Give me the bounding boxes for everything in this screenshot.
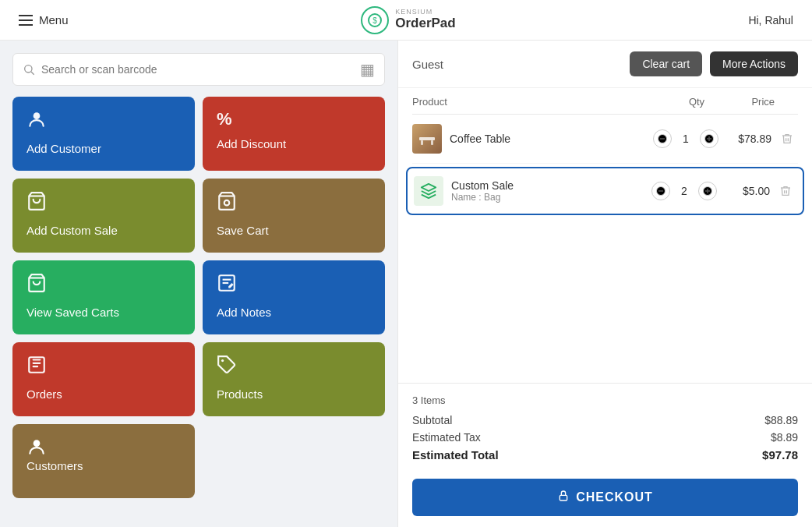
cart-item-custom-sale: Custom Sale Name : Bag 2 $5.00 — [406, 167, 804, 215]
total-value: $97.78 — [762, 448, 798, 462]
items-count: 3 Items — [412, 394, 798, 406]
tax-value: $8.89 — [771, 431, 798, 444]
custom-sale-price: $5.00 — [723, 185, 770, 197]
coffee-table-info: Coffee Table — [450, 133, 647, 145]
search-icon — [23, 63, 35, 76]
custom-sale-qty-decrease[interactable] — [651, 182, 670, 200]
barcode-icon: ▦ — [360, 60, 375, 79]
lock-icon — [557, 490, 570, 505]
clear-cart-button[interactable]: Clear cart — [630, 51, 702, 76]
view-saved-carts-icon — [26, 273, 47, 298]
col-price-header: Price — [736, 96, 798, 108]
svg-point-4 — [34, 112, 41, 119]
svg-point-13 — [221, 359, 224, 362]
logo-text: KENSIUM OrderPad — [395, 9, 455, 31]
save-cart-icon — [217, 191, 237, 216]
custom-sale-sub: Name : Bag — [451, 192, 645, 203]
subtotal-value: $88.89 — [764, 414, 798, 426]
orders-button[interactable]: Orders — [12, 342, 195, 416]
main-content: ▦ Add Customer % Add Discount Add Cu — [0, 41, 812, 527]
custom-sale-info: Custom Sale Name : Bag — [451, 179, 645, 203]
svg-rect-28 — [560, 495, 567, 500]
svg-rect-17 — [431, 140, 433, 145]
svg-point-7 — [224, 200, 230, 206]
cart-item-coffee-table: Coffee Table 1 $78.89 — [412, 115, 798, 164]
left-panel: ▦ Add Customer % Add Discount Add Cu — [0, 41, 397, 527]
coffee-table-image — [412, 124, 442, 154]
add-custom-sale-icon — [26, 191, 47, 216]
coffee-table-price: $78.89 — [725, 133, 771, 145]
add-notes-icon — [217, 273, 237, 298]
custom-sale-qty-control: 2 — [645, 182, 723, 200]
custom-sale-delete[interactable] — [775, 185, 796, 197]
coffee-table-qty-increase[interactable] — [700, 129, 718, 148]
col-qty-header: Qty — [658, 96, 736, 108]
coffee-table-qty-control: 1 — [647, 129, 725, 148]
view-saved-carts-button[interactable]: View Saved Carts — [12, 260, 195, 334]
header-user-greeting: Hi, Rahul — [748, 14, 793, 27]
logo-orderpad: OrderPad — [395, 16, 455, 31]
customers-label: Customers — [26, 459, 83, 472]
subtotal-row: Subtotal $88.89 — [412, 414, 798, 426]
orders-label: Orders — [26, 387, 62, 401]
tax-label: Estimated Tax — [412, 431, 481, 444]
coffee-table-qty-decrease[interactable] — [653, 129, 672, 148]
checkout-label: CHECKOUT — [576, 490, 653, 504]
coffee-table-qty: 1 — [678, 133, 694, 145]
products-label: Products — [217, 387, 263, 401]
save-cart-button[interactable]: Save Cart — [203, 179, 385, 253]
menu-label[interactable]: Menu — [39, 13, 69, 27]
cart-table-header: Product Qty Price — [412, 88, 798, 115]
col-product-header: Product — [412, 96, 658, 108]
add-custom-sale-button[interactable]: Add Custom Sale — [12, 179, 195, 253]
products-button[interactable]: Products — [203, 342, 385, 416]
cart-table: Product Qty Price Coffee Table — [398, 88, 812, 383]
products-icon — [217, 355, 237, 380]
add-customer-icon — [26, 109, 47, 134]
add-customer-button[interactable]: Add Customer — [12, 97, 195, 171]
checkout-button[interactable]: CHECKOUT — [412, 479, 798, 516]
coffee-table-name: Coffee Table — [450, 133, 647, 145]
customers-icon — [26, 437, 47, 459]
add-notes-label: Add Notes — [217, 306, 271, 319]
custom-sale-icon — [414, 176, 443, 206]
cart-summary: 3 Items Subtotal $88.89 Estimated Tax $8… — [398, 383, 812, 471]
add-custom-sale-label: Add Custom Sale — [26, 224, 118, 237]
total-row: Estimated Total $97.78 — [412, 448, 798, 462]
tax-row: Estimated Tax $8.89 — [412, 431, 798, 444]
action-grid: Add Customer % Add Discount Add Custom S… — [12, 97, 385, 416]
cart-actions: Clear cart More Actions — [630, 51, 798, 76]
coffee-table-delete[interactable] — [776, 133, 798, 145]
add-discount-label: Add Discount — [217, 137, 286, 150]
view-saved-carts-label: View Saved Carts — [26, 306, 119, 319]
svg-point-14 — [34, 440, 41, 447]
logo: $ KENSIUM OrderPad — [361, 6, 455, 34]
custom-sale-qty: 2 — [676, 185, 692, 197]
header-left: Menu — [19, 13, 69, 27]
header: Menu $ KENSIUM OrderPad Hi, Rahul — [0, 0, 812, 41]
search-bar[interactable]: ▦ — [12, 53, 385, 86]
add-discount-icon: % — [217, 109, 232, 129]
add-notes-button[interactable]: Add Notes — [203, 260, 385, 334]
custom-sale-name: Custom Sale — [451, 179, 645, 192]
hamburger-menu-icon[interactable] — [19, 15, 33, 26]
more-actions-button[interactable]: More Actions — [710, 51, 798, 76]
svg-rect-15 — [419, 137, 435, 140]
svg-rect-16 — [421, 140, 423, 145]
checkout-area: CHECKOUT — [398, 471, 812, 527]
svg-text:$: $ — [372, 16, 377, 25]
total-label: Estimated Total — [412, 448, 499, 462]
right-panel: Guest Clear cart More Actions Product Qt… — [397, 41, 812, 527]
svg-point-2 — [25, 65, 32, 73]
cart-guest-label: Guest — [412, 58, 443, 71]
search-input[interactable] — [41, 63, 360, 76]
cart-header: Guest Clear cart More Actions — [398, 41, 812, 88]
logo-icon: $ — [361, 6, 389, 34]
customers-button[interactable]: Customers — [12, 424, 195, 498]
add-discount-button[interactable]: % Add Discount — [203, 97, 385, 171]
svg-line-3 — [31, 72, 34, 75]
custom-sale-qty-increase[interactable] — [698, 182, 717, 200]
save-cart-label: Save Cart — [217, 224, 269, 237]
add-customer-label: Add Customer — [26, 142, 101, 155]
orders-icon — [26, 355, 47, 380]
